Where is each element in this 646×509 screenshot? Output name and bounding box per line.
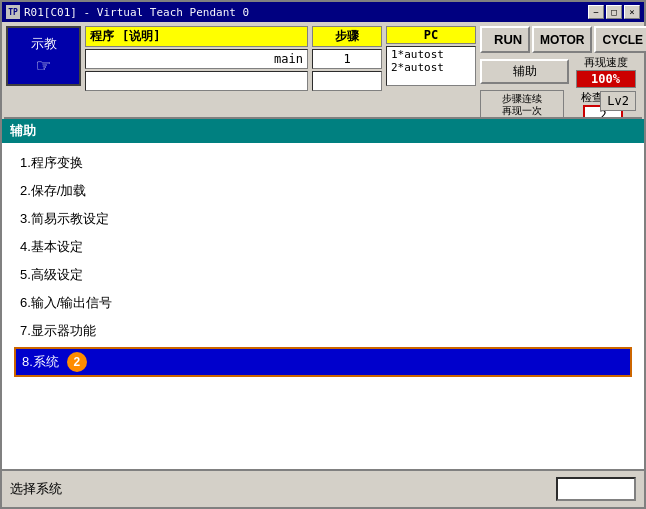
top-panel: 示教 ☞ 程序 [说明] main 步骤 1: [2, 22, 644, 117]
menu-item-1[interactable]: 1.程序变换: [14, 151, 632, 175]
speed-section: 再现速度 100%: [571, 55, 640, 88]
bottom-bar: 选择系统: [2, 469, 644, 507]
menu-item-8[interactable]: 8.系统2: [14, 347, 632, 377]
speed-label: 再现速度: [584, 55, 628, 70]
teach-box[interactable]: 示教 ☞: [6, 26, 81, 86]
title-bar: TP R01[C01] - Virtual Teach Pendant 0 − …: [2, 2, 644, 22]
status-text: 选择系统: [10, 480, 62, 498]
menu-badge: 2: [67, 352, 87, 372]
top-row1: 示教 ☞ 程序 [说明] main 步骤 1: [6, 26, 640, 86]
menu-item-text: 5.高级设定: [20, 267, 83, 282]
program-label: 程序: [90, 28, 114, 45]
program-value-text: main: [90, 52, 303, 66]
right-buttons: RUN MOTOR CYCLE 辅助 再现速度 100% 步骤连续 再现一次: [480, 26, 640, 86]
menu-item-6[interactable]: 6.输入/输出信号: [14, 291, 632, 315]
menu-item-text: 6.输入/输出信号: [20, 295, 112, 310]
program-sub-value: [85, 71, 308, 91]
menu-item-4[interactable]: 4.基本设定: [14, 235, 632, 259]
top-row2: Lv2: [6, 89, 640, 113]
program-header: 程序 [说明]: [85, 26, 308, 47]
menu-item-text: 4.基本设定: [20, 239, 83, 254]
pc-header: PC: [386, 26, 476, 44]
title-bar-buttons: − □ ×: [588, 5, 640, 19]
window-title: R01[C01] - Virtual Teach Pendant 0: [24, 6, 249, 19]
close-button[interactable]: ×: [624, 5, 640, 19]
step-header: 步骤: [312, 26, 382, 47]
btn-row1: RUN MOTOR CYCLE: [480, 26, 640, 53]
lv2-section: Lv2: [600, 91, 640, 111]
menu-item-text: 1.程序变换: [20, 155, 83, 170]
pc-value2: 2*autost: [391, 61, 471, 74]
app-icon: TP: [6, 5, 20, 19]
teach-label: 示教: [31, 35, 57, 53]
program-section: 程序 [说明] main: [85, 26, 308, 86]
bottom-input[interactable]: [556, 477, 636, 501]
menu-item-text: 7.显示器功能: [20, 323, 96, 338]
assist-button[interactable]: 辅助: [480, 59, 569, 84]
step-value: 1: [312, 49, 382, 69]
menu-item-5[interactable]: 5.高级设定: [14, 263, 632, 287]
motor-button[interactable]: MOTOR: [532, 26, 592, 53]
aux-header: 辅助: [2, 119, 644, 143]
step-section: 步骤 1: [312, 26, 382, 86]
lv2-label: Lv2: [600, 91, 636, 111]
program-value: main: [85, 49, 308, 69]
title-bar-left: TP R01[C01] - Virtual Teach Pendant 0: [6, 5, 249, 19]
step-sub-value: [312, 71, 382, 91]
speed-value: 100%: [576, 70, 636, 88]
pc-values: 1*autost 2*autost: [386, 46, 476, 86]
btn-row2: 辅助 再现速度 100%: [480, 55, 640, 88]
main-window: TP R01[C01] - Virtual Teach Pendant 0 − …: [0, 0, 646, 509]
main-content: 1.程序变换2.保存/加载3.简易示教设定4.基本设定5.高级设定6.输入/输出…: [2, 143, 644, 469]
maximize-button[interactable]: □: [606, 5, 622, 19]
menu-item-text: 8.系统: [22, 353, 59, 371]
menu-item-2[interactable]: 2.保存/加载: [14, 179, 632, 203]
run-button[interactable]: RUN: [480, 26, 530, 53]
menu-item-text: 2.保存/加载: [20, 183, 86, 198]
menu-item-3[interactable]: 3.简易示教设定: [14, 207, 632, 231]
minimize-button[interactable]: −: [588, 5, 604, 19]
teach-cursor: ☞: [37, 53, 50, 78]
pc-value1: 1*autost: [391, 48, 471, 61]
cycle-button[interactable]: CYCLE: [594, 26, 646, 53]
menu-item-7[interactable]: 7.显示器功能: [14, 319, 632, 343]
menu-item-text: 3.简易示教设定: [20, 211, 109, 226]
pc-section: PC 1*autost 2*autost: [386, 26, 476, 86]
program-desc-label: [说明]: [122, 28, 160, 45]
